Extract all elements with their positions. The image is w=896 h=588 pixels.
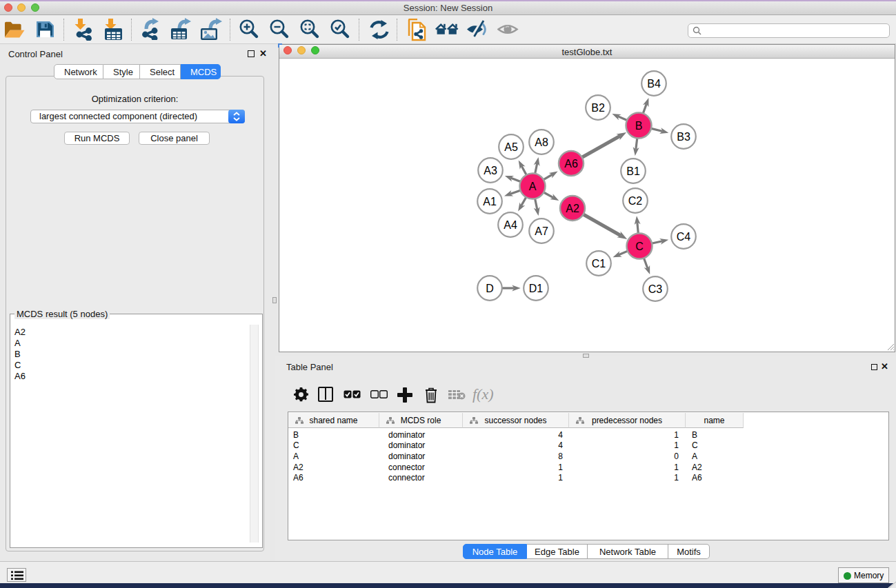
svg-text:B3: B3 [677, 131, 690, 143]
svg-text:B2: B2 [591, 102, 605, 114]
svg-text:D: D [486, 283, 494, 294]
svg-text:A3: A3 [484, 165, 497, 176]
svg-text:B: B [635, 120, 643, 132]
svg-text:A1: A1 [483, 196, 497, 207]
svg-text:D1: D1 [529, 283, 544, 294]
svg-text:C2: C2 [628, 195, 643, 207]
svg-text:A6: A6 [564, 158, 578, 170]
svg-text:A5: A5 [504, 141, 518, 153]
svg-text:A7: A7 [535, 225, 548, 237]
svg-text:A8: A8 [535, 136, 548, 148]
svg-text:C1: C1 [592, 258, 606, 270]
svg-text:B4: B4 [647, 78, 661, 90]
svg-text:A4: A4 [504, 219, 517, 231]
svg-text:C3: C3 [648, 283, 663, 295]
svg-text:A: A [529, 181, 537, 192]
svg-text:A2: A2 [566, 203, 579, 214]
svg-text:B1: B1 [626, 165, 640, 177]
svg-text:C4: C4 [677, 231, 691, 243]
svg-text:C: C [635, 241, 644, 252]
